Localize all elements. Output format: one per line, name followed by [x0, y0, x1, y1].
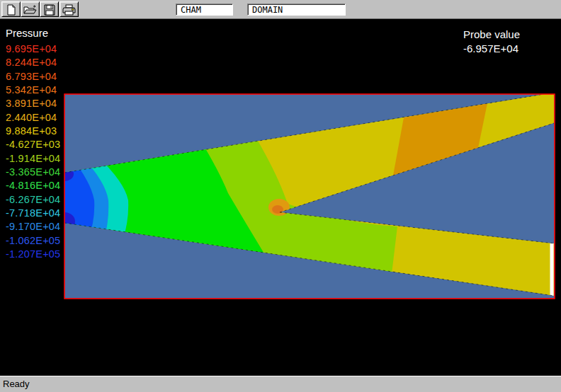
save-button[interactable] [40, 1, 59, 17]
outlet-marker [550, 243, 554, 296]
legend-value: 8.244E+04 [6, 56, 60, 69]
legend-value: 9.695E+04 [6, 42, 60, 56]
legend-value: -3.365E+04 [6, 166, 60, 179]
domain-input[interactable] [247, 4, 346, 16]
printer-icon [62, 4, 76, 16]
probe-value: -6.957E+04 [463, 42, 520, 56]
legend-value: 9.884E+03 [6, 125, 60, 138]
open-folder-icon [23, 4, 37, 16]
open-file-button[interactable] [21, 1, 40, 17]
viewport: Pressure 9.695E+04 8.244E+04 6.793E+04 5… [0, 19, 561, 376]
legend-value: 6.793E+04 [6, 70, 60, 83]
legend-value: -4.627E+03 [6, 138, 60, 151]
status-text: Ready [3, 379, 30, 389]
new-file-icon [5, 4, 17, 16]
legend-value: -1.207E+05 [6, 248, 60, 261]
probe-label: Probe value [463, 28, 520, 42]
application-window: Pressure 9.695E+04 8.244E+04 6.793E+04 5… [0, 0, 561, 392]
status-bar: Ready [0, 376, 561, 392]
cham-input[interactable] [176, 4, 233, 16]
floppy-disk-icon [44, 4, 55, 16]
pressure-legend: Pressure 9.695E+04 8.244E+04 6.793E+04 5… [6, 27, 60, 262]
legend-value: -4.816E+04 [6, 179, 60, 192]
probe-readout: Probe value -6.957E+04 [463, 28, 520, 56]
print-button[interactable] [60, 1, 79, 17]
contour-plot-canvas[interactable] [64, 93, 555, 299]
legend-value: 2.440E+04 [6, 111, 60, 125]
new-file-button[interactable] [1, 1, 21, 17]
legend-value: -6.267E+04 [6, 193, 60, 207]
toolbar [0, 0, 561, 19]
legend-value: 5.342E+04 [6, 83, 60, 97]
legend-value: -1.062E+05 [6, 234, 60, 248]
legend-value: -1.914E+04 [6, 152, 60, 166]
legend-title: Pressure [6, 27, 60, 40]
legend-value: 3.891E+04 [6, 97, 60, 110]
legend-value: -7.718E+04 [6, 207, 60, 220]
legend-value: -9.170E+04 [6, 220, 60, 234]
